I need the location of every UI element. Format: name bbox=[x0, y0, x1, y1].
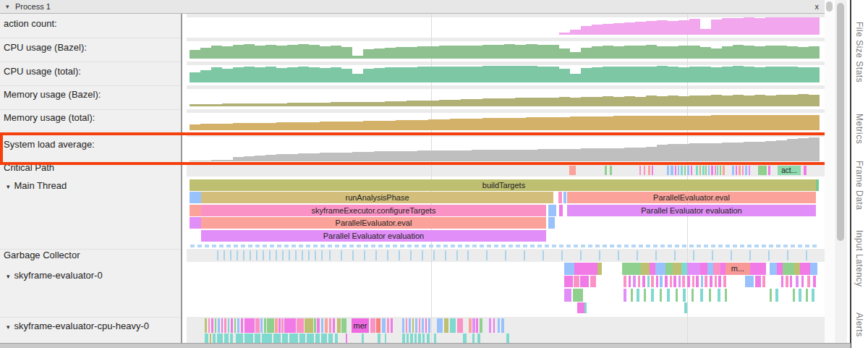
counter-chart-mem_total[interactable] bbox=[190, 113, 820, 130]
cpu-heavy-event-slice bbox=[228, 318, 229, 333]
evaluator0-event-slice[interactable] bbox=[580, 276, 589, 287]
evaluator0-event-slice[interactable] bbox=[800, 263, 810, 275]
cpu-heavy-event-slice[interactable] bbox=[244, 334, 253, 344]
evaluator0-event-slice[interactable] bbox=[564, 263, 574, 275]
track-label-critical_path[interactable]: Critical Path bbox=[4, 162, 54, 173]
main-thread-event-slice[interactable] bbox=[190, 205, 201, 216]
track-label-eval0[interactable]: ▾skyframe-evaluator-0 bbox=[7, 270, 103, 281]
counter-chart-sys_load[interactable] bbox=[190, 137, 820, 161]
track-label-cpu_total[interactable]: CPU usage (total): bbox=[4, 66, 81, 77]
main-thread-event-skyframeExecutorconfigureTargets[interactable]: skyframeExecutor.configureTargets bbox=[201, 205, 546, 216]
evaluator0-event-slice[interactable] bbox=[574, 263, 597, 275]
counter-step bbox=[711, 67, 722, 82]
counter-step bbox=[407, 47, 417, 59]
tab-metrics[interactable]: Metrics bbox=[854, 114, 864, 144]
counter-step bbox=[537, 149, 548, 161]
gc-event-tick bbox=[693, 250, 694, 260]
cpu-heavy-event-slice[interactable] bbox=[267, 318, 274, 333]
evaluator0-event-slice[interactable] bbox=[564, 289, 571, 302]
critical-event-act[interactable]: act... bbox=[778, 166, 801, 175]
counter-step bbox=[787, 67, 798, 82]
main-thread-event-slice[interactable] bbox=[190, 217, 201, 229]
evaluator0-event-slice[interactable] bbox=[750, 263, 766, 275]
horizontal-scrollbar[interactable] bbox=[0, 343, 851, 348]
panel-vertical-scrollbar[interactable] bbox=[825, 0, 834, 343]
track-label-sys_load[interactable]: System load average: bbox=[4, 139, 95, 150]
evaluator0-event-slice[interactable] bbox=[783, 263, 794, 275]
tab-file-size-stats[interactable]: File Size Stats bbox=[854, 22, 864, 82]
evaluator0-event-slice[interactable] bbox=[573, 289, 583, 302]
main-thread-event-runAnalysisPhase[interactable]: runAnalysisPhase bbox=[201, 192, 553, 203]
main-thread-event-slice[interactable] bbox=[548, 205, 556, 216]
counter-step bbox=[798, 138, 809, 161]
track-label-cpu_bazel[interactable]: CPU usage (Bazel): bbox=[4, 42, 87, 53]
counter-chart-cpu_total[interactable] bbox=[190, 65, 820, 82]
evaluator0-event-slice[interactable] bbox=[641, 263, 650, 275]
cpu-heavy-event-slice[interactable] bbox=[284, 318, 296, 333]
micro-event-tick bbox=[313, 245, 318, 247]
cpu-heavy-event-slice bbox=[415, 318, 417, 333]
track-label-gc[interactable]: Garbage Collector bbox=[4, 250, 80, 260]
counter-chart-cpu_bazel[interactable] bbox=[190, 41, 820, 59]
critical-event-slice[interactable] bbox=[569, 166, 576, 175]
close-icon[interactable]: x bbox=[815, 0, 820, 13]
evaluator0-event-slice[interactable] bbox=[745, 276, 754, 287]
timeline-tracks[interactable]: act...buildTargetsrunAnalysisPhaseParall… bbox=[187, 14, 825, 344]
evaluator0-event-slice[interactable] bbox=[665, 263, 673, 275]
evaluator0-event-slice[interactable] bbox=[770, 263, 777, 275]
cpu-heavy-event-slice[interactable] bbox=[289, 334, 298, 344]
tab-alerts[interactable]: Alerts bbox=[854, 313, 864, 337]
main-thread-event-ParallelEvaluatorevaluation[interactable]: Parallel Evaluator evaluation bbox=[567, 205, 816, 216]
critical-event-slice[interactable] bbox=[758, 166, 767, 175]
evaluator0-event-slice[interactable] bbox=[810, 263, 817, 275]
cpu-heavy-event-mer[interactable]: mer bbox=[352, 318, 369, 333]
counter-chart-mem_bazel[interactable] bbox=[190, 89, 820, 106]
evaluator0-event-slice[interactable] bbox=[700, 263, 707, 275]
evaluator0-event-slice[interactable] bbox=[622, 263, 641, 275]
collapse-arrow-icon[interactable]: ▾ bbox=[7, 323, 10, 331]
gc-event-tick bbox=[250, 250, 251, 260]
cpu-heavy-event-slice[interactable] bbox=[305, 318, 313, 333]
cpu-heavy-event-slice[interactable] bbox=[244, 318, 255, 333]
tab-frame-data[interactable]: Frame Data bbox=[854, 161, 864, 210]
track-label-mem_bazel[interactable]: Memory usage (Bazel): bbox=[4, 89, 101, 100]
counter-step bbox=[646, 147, 657, 161]
track-label-mem_total[interactable]: Memory usage (total): bbox=[4, 112, 95, 123]
collapse-arrow-icon[interactable]: ▾ bbox=[7, 273, 10, 280]
counter-chart-action[interactable] bbox=[190, 17, 820, 35]
main-thread-event-slice[interactable] bbox=[548, 217, 555, 229]
track-label-action[interactable]: action count: bbox=[4, 18, 57, 29]
page-vertical-scrollbar[interactable] bbox=[835, 0, 847, 348]
page-scrollbar-thumb[interactable] bbox=[837, 3, 844, 241]
cpu-heavy-event-slice[interactable] bbox=[262, 334, 272, 344]
main-thread-event-buildTargets[interactable]: buildTargets bbox=[190, 179, 818, 191]
cpu-heavy-event-slice[interactable] bbox=[273, 334, 281, 344]
evaluator0-event-slice[interactable] bbox=[577, 302, 584, 313]
main-thread-event-ParallelEvaluatoreval[interactable]: ParallelEvaluator.eval bbox=[201, 217, 546, 229]
evaluator0-event-slice[interactable] bbox=[713, 263, 720, 275]
counter-step bbox=[255, 123, 265, 130]
evaluator0-event-slice bbox=[775, 289, 778, 302]
evaluator0-event-slice[interactable] bbox=[655, 263, 665, 275]
counter-step bbox=[439, 100, 450, 106]
tab-input-latency[interactable]: Input Latency bbox=[854, 230, 864, 287]
collapse-arrow-icon[interactable]: ▾ bbox=[6, 0, 9, 13]
main-thread-event-ParallelEvaluatorevaluation[interactable]: Parallel Evaluator evaluation bbox=[201, 230, 546, 242]
cpu-heavy-event-slice[interactable] bbox=[236, 334, 243, 344]
collapse-arrow-icon[interactable]: ▾ bbox=[7, 183, 10, 190]
evaluator0-event-slice[interactable] bbox=[687, 263, 700, 275]
evaluator0-event-slice[interactable] bbox=[564, 276, 573, 287]
cpu-heavy-event-slice bbox=[321, 318, 323, 333]
counter-step bbox=[190, 72, 200, 82]
main-thread-event-slice[interactable] bbox=[190, 192, 201, 203]
process-header[interactable]: ▾ Process 1 x bbox=[0, 0, 825, 14]
track-label-cpu_heavy[interactable]: ▾skyframe-evaluator-cpu-heavy-0 bbox=[7, 321, 149, 331]
panel-scrollbar-thumb[interactable] bbox=[826, 1, 833, 12]
cpu-heavy-event-slice[interactable] bbox=[297, 318, 304, 333]
cpu-heavy-event-slice[interactable] bbox=[307, 334, 314, 344]
evaluator0-event-m[interactable]: m... bbox=[726, 263, 750, 275]
track-label-main_thread[interactable]: ▾Main Thread bbox=[7, 180, 67, 191]
counter-step bbox=[798, 115, 809, 130]
main-thread-event-ParallelEvaluatoreval[interactable]: ParallelEvaluator.eval bbox=[567, 192, 816, 203]
evaluator0-event-slice[interactable] bbox=[673, 263, 681, 275]
